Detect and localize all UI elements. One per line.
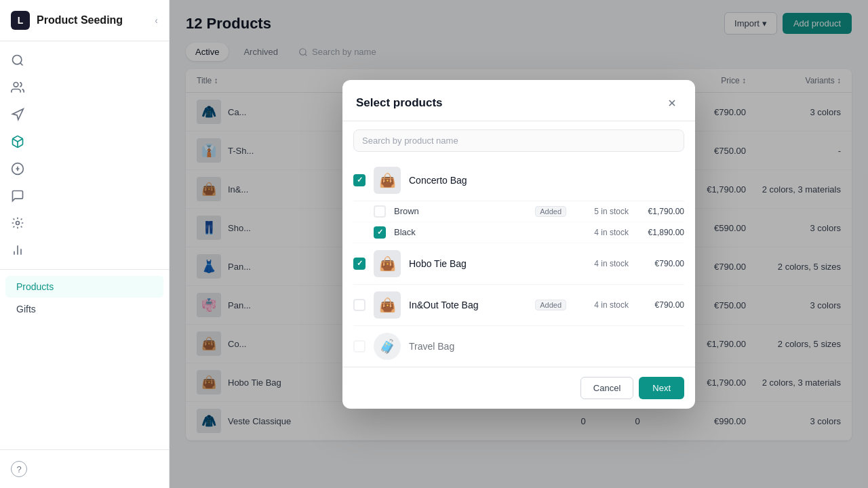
stock-hobo: 4 in stock xyxy=(574,259,629,268)
sidebar: L Product Seeding ‹ Products xyxy=(0,0,170,488)
sidebar-icon-megaphone[interactable] xyxy=(0,101,169,128)
sidebar-icon-users[interactable] xyxy=(0,74,169,101)
modal-title: Select products xyxy=(356,96,443,110)
sidebar-item-products[interactable]: Products xyxy=(5,276,163,298)
checkbox-black[interactable] xyxy=(374,226,386,239)
sidebar-icons xyxy=(0,41,169,270)
logo-icon: L xyxy=(11,11,30,30)
help-icon: ? xyxy=(11,461,27,477)
product-img-concerto: 👜 xyxy=(374,167,401,194)
app-title: Product Seeding xyxy=(37,14,155,26)
main-content: 12 Products Import ▾ Add product Active … xyxy=(170,0,868,488)
checkbox-travel[interactable] xyxy=(353,340,366,352)
product-name-inout: In&Out Tote Bag xyxy=(409,300,527,310)
sidebar-icon-dollar[interactable] xyxy=(0,155,169,182)
svg-point-0 xyxy=(13,56,22,64)
modal-product-row-concerto: 👜 Concerto Bag xyxy=(353,160,684,201)
checkbox-brown[interactable] xyxy=(374,205,386,218)
sidebar-icon-search[interactable] xyxy=(0,47,169,74)
svg-point-1 xyxy=(14,83,18,87)
variant-name-black: Black xyxy=(394,227,566,237)
next-button[interactable]: Next xyxy=(639,377,684,399)
collapse-button[interactable]: ‹ xyxy=(155,15,158,26)
stock-inout: 4 in stock xyxy=(574,300,629,310)
close-icon xyxy=(667,98,677,108)
select-products-modal: Select products 👜 Concerto Bag Br xyxy=(342,80,695,409)
price-brown: €1,790.00 xyxy=(637,207,684,216)
price-hobo: €790.00 xyxy=(637,259,684,268)
sidebar-section: Products Gifts xyxy=(0,270,169,326)
product-img-travel: 🧳 xyxy=(374,333,401,360)
variant-row-brown: Brown Added 5 in stock €1,790.00 xyxy=(353,201,684,222)
svg-point-4 xyxy=(16,222,20,225)
sidebar-icon-chat[interactable] xyxy=(0,182,169,209)
modal-header: Select products xyxy=(342,80,695,121)
stock-brown: 5 in stock xyxy=(574,207,629,216)
modal-overlay: Select products 👜 Concerto Bag Br xyxy=(170,0,868,488)
checkbox-hobo[interactable] xyxy=(353,258,366,270)
product-name-travel: Travel Bag xyxy=(409,341,684,352)
modal-search-area xyxy=(342,121,695,160)
price-inout: €790.00 xyxy=(637,300,684,310)
checkbox-concerto[interactable] xyxy=(353,174,366,186)
sidebar-item-gifts[interactable]: Gifts xyxy=(5,298,163,320)
modal-footer: Cancel Next xyxy=(342,367,695,409)
sidebar-header: L Product Seeding ‹ xyxy=(0,0,169,41)
badge-brown: Added xyxy=(535,206,566,217)
product-name-hobo: Hobo Tie Bag xyxy=(409,258,566,269)
variant-row-black: Black 4 in stock €1,890.00 xyxy=(353,222,684,243)
modal-product-row-hobo: 👜 Hobo Tie Bag 4 in stock €790.00 xyxy=(353,243,684,285)
sidebar-item-products-label: Products xyxy=(16,281,54,292)
checkbox-inout[interactable] xyxy=(353,299,366,311)
product-img-inout: 👜 xyxy=(374,291,401,319)
stock-black: 4 in stock xyxy=(574,228,629,237)
modal-search-input[interactable] xyxy=(353,129,684,152)
product-name-concerto: Concerto Bag xyxy=(409,175,684,186)
modal-product-list: 👜 Concerto Bag Brown Added 5 in stock €1… xyxy=(342,160,695,367)
sidebar-icon-box[interactable] xyxy=(0,128,169,155)
modal-product-row-inout: 👜 In&Out Tote Bag Added 4 in stock €790.… xyxy=(353,285,684,326)
modal-close-button[interactable] xyxy=(663,94,682,113)
help-button[interactable]: ? xyxy=(11,458,158,480)
sidebar-icon-settings[interactable] xyxy=(0,209,169,237)
modal-product-row-travel: 🧳 Travel Bag xyxy=(353,326,684,367)
sidebar-item-gifts-label: Gifts xyxy=(16,304,36,314)
price-black: €1,890.00 xyxy=(637,228,684,237)
product-img-hobo: 👜 xyxy=(374,250,401,277)
sidebar-bottom: ? xyxy=(0,449,169,488)
sidebar-icon-chart[interactable] xyxy=(0,237,169,264)
badge-inout: Added xyxy=(535,300,566,310)
cancel-button[interactable]: Cancel xyxy=(580,377,633,399)
variant-name-brown: Brown xyxy=(394,206,527,216)
